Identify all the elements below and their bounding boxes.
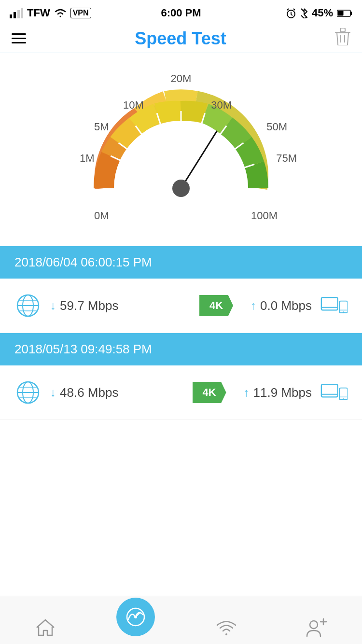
result-row-2: ↓ 48.6 Mbps 4K ↑ 11.9 Mbps [0, 365, 362, 420]
tab-home[interactable] [16, 617, 74, 638]
svg-rect-0 [10, 14, 12, 18]
gauge-label-100m: 100M [251, 210, 278, 222]
svg-line-21 [181, 113, 205, 188]
svg-point-48 [310, 621, 318, 629]
upload-speed-1: ↑ 0.0 Mbps [251, 298, 312, 313]
upload-speed-2: ↑ 11.9 Mbps [244, 385, 312, 400]
svg-rect-42 [339, 388, 348, 400]
status-bar: TFW VPN 6:00 PM 45% [0, 0, 362, 24]
svg-point-44 [343, 398, 345, 400]
gauge-label-1m: 1M [80, 152, 95, 165]
svg-point-34 [343, 311, 345, 313]
svg-rect-13 [340, 28, 345, 32]
trash-button[interactable] [335, 28, 350, 49]
upload-value-2: 11.9 Mbps [253, 385, 312, 400]
signal-icon [10, 8, 23, 18]
svg-line-24 [181, 164, 254, 188]
result-timestamp-1: 2018/06/04 06:00:15 PM [14, 255, 152, 269]
quality-badge-2: 4K [193, 382, 226, 403]
tab-bar [0, 596, 362, 644]
quality-badge-1: 4K [199, 295, 233, 316]
gauge-section: .seg { fill: none; stroke-width: 38; str… [0, 53, 362, 237]
download-arrow-1: ↓ [50, 299, 56, 312]
result-timestamp-2: 2018/05/13 09:49:58 PM [14, 342, 152, 356]
upload-arrow-2: ↑ [244, 386, 250, 399]
gauge-label-10m: 10M [123, 99, 144, 112]
globe-icon-2 [14, 379, 42, 406]
carrier-label: TFW [27, 7, 50, 19]
tab-users[interactable] [288, 617, 346, 638]
svg-line-23 [181, 143, 244, 188]
upload-arrow-1: ↑ [251, 299, 256, 312]
vpn-badge: VPN [70, 8, 91, 18]
svg-line-19 [157, 113, 181, 189]
gauge-label-50m: 50M [266, 121, 287, 133]
gauge-label-75m: 75M [276, 152, 297, 165]
svg-rect-11 [338, 11, 344, 16]
globe-icon-1 [14, 292, 42, 319]
gauge-label-30m: 30M [211, 99, 232, 112]
result-header-2: 2018/05/13 09:49:58 PM [0, 333, 362, 365]
svg-line-6 [291, 14, 292, 15]
svg-rect-40 [321, 384, 338, 397]
upload-value-1: 0.0 Mbps [260, 298, 312, 313]
svg-line-8 [293, 9, 295, 10]
download-speed-2: ↓ 48.6 Mbps [50, 385, 118, 400]
tab-wifi[interactable] [197, 617, 255, 638]
status-right: 45% [286, 7, 352, 19]
svg-line-22 [181, 126, 226, 188]
gauge-svg-clean [56, 72, 306, 227]
bluetooth-icon [300, 8, 308, 18]
home-icon [35, 617, 56, 638]
svg-rect-2 [17, 10, 20, 18]
gauge-center-dot [172, 180, 190, 197]
svg-rect-32 [339, 301, 348, 313]
status-left: TFW VPN [10, 7, 91, 19]
svg-line-16 [111, 156, 181, 188]
gauge-label-0m: 0M [94, 210, 109, 222]
svg-rect-30 [321, 297, 338, 310]
gauge-container: .seg { fill: none; stroke-width: 38; str… [56, 72, 306, 227]
speed-icon [125, 606, 147, 628]
tab-active-circle [116, 598, 155, 636]
tab-speed[interactable] [107, 598, 165, 638]
download-arrow-2: ↓ [50, 386, 56, 399]
gauge-label-20m: 20M [171, 72, 192, 85]
download-speed-1: ↓ 59.7 Mbps [50, 298, 118, 313]
gauge-label-5m: 5M [94, 121, 109, 133]
download-value-2: 48.6 Mbps [60, 385, 118, 400]
page-title: Speed Test [135, 28, 226, 49]
results-section: 2018/06/04 06:00:15 PM ↓ 59.7 Mbps 4K ↑ … [0, 246, 362, 420]
svg-rect-10 [350, 12, 352, 15]
svg-rect-1 [14, 12, 16, 18]
nav-bar: Speed Test [0, 24, 362, 53]
result-row-1: ↓ 59.7 Mbps 4K ↑ 0.0 Mbps [0, 279, 362, 333]
battery-label: 45% [312, 7, 333, 19]
wifi-status-icon [54, 8, 67, 18]
battery-icon [337, 9, 352, 17]
devices-icon-1 [320, 292, 348, 319]
svg-line-7 [287, 9, 289, 10]
users-icon [306, 617, 327, 638]
status-time: 6:00 PM [161, 7, 201, 19]
download-value-1: 59.7 Mbps [60, 298, 118, 313]
wifi-icon [216, 617, 237, 638]
result-header-1: 2018/06/04 06:00:15 PM [0, 246, 362, 279]
devices-icon-2 [320, 379, 348, 406]
svg-line-17 [119, 143, 181, 188]
svg-line-18 [136, 126, 181, 188]
alarm-icon [286, 8, 296, 18]
menu-button[interactable] [12, 33, 26, 43]
gauge-needle [181, 131, 217, 188]
svg-rect-3 [21, 8, 23, 18]
